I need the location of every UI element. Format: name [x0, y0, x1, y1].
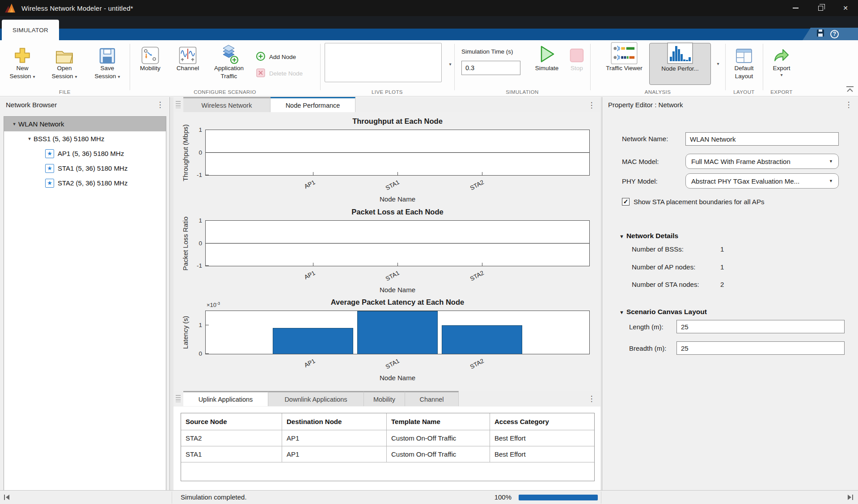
applications-tabbar: Uplink ApplicationsDownlink Applications…: [173, 391, 600, 406]
chart-x-axis-label: Node Name: [205, 195, 590, 203]
phy-model-dropdown[interactable]: Abstract PHY TGax Evaluation Me...▼: [685, 173, 839, 189]
stop-button[interactable]: Stop: [565, 43, 588, 72]
network-details-section-header[interactable]: ▼Network Details: [619, 232, 678, 240]
save-session-button[interactable]: Save Session ▾: [89, 43, 126, 81]
table-empty-area: [181, 462, 594, 481]
bar-sta2[interactable]: [442, 325, 522, 354]
collapse-left-panel-icon[interactable]: [3, 493, 11, 503]
collapse-right-panel-icon[interactable]: [846, 493, 854, 503]
matlab-logo-icon: [4, 3, 16, 13]
tree-expander-icon[interactable]: ▾: [25, 136, 34, 142]
add-node-button[interactable]: Add Node: [256, 51, 296, 63]
tree-expander-icon[interactable]: ▾: [10, 121, 18, 127]
network-name-input[interactable]: WLAN Network: [685, 132, 839, 146]
table-cell: Custom On-Off Traffic: [387, 430, 490, 446]
simulation-time-input[interactable]: 0.3: [461, 61, 520, 75]
save-quick-icon[interactable]: [816, 29, 825, 39]
drag-grip-icon[interactable]: [176, 395, 181, 402]
chart-plot-area: Throughput (Mbps)-101AP1STA1STA2: [205, 130, 590, 176]
tab-node-performance[interactable]: Node Performance: [271, 97, 355, 112]
mobility-button[interactable]: Mobility: [133, 43, 167, 72]
network-browser-title: Network Browser: [6, 101, 57, 109]
applications-tabbar-menu-icon[interactable]: ⋮: [587, 394, 596, 403]
tree-item[interactable]: ★STA2 (5, 36) 5180 MHz: [4, 176, 166, 190]
chart-x-axis-label: Node Name: [205, 286, 590, 294]
traffic-viewer-icon: [610, 43, 638, 64]
tree-item[interactable]: ▾WLAN Network: [4, 117, 166, 131]
bar-sta1[interactable]: [357, 311, 438, 354]
throughput-at-each-node-chart: Throughput at Each NodeThroughput (Mbps)…: [205, 130, 590, 176]
length-input[interactable]: 25: [676, 320, 845, 333]
wireless-network-modeler-window: Wireless Network Modeler - untitled* ✕ S…: [0, 0, 858, 504]
delete-node-button[interactable]: Delete Node: [256, 68, 303, 79]
close-button[interactable]: ✕: [833, 0, 858, 16]
ribbon-section-export: Export ▾ EXPORT: [763, 40, 800, 97]
channel-button[interactable]: Channel: [171, 43, 205, 72]
mac-model-dropdown[interactable]: Full MAC With Frame Abstraction▼: [685, 154, 839, 169]
tree-item[interactable]: ★AP1 (5, 36) 5180 MHz: [4, 146, 166, 161]
canvas-tabbar-menu-icon[interactable]: ⋮: [587, 101, 596, 110]
scenario-canvas-layout-section-header[interactable]: ▼Scenario Canvas Layout: [619, 308, 707, 316]
channel-icon: [179, 43, 197, 64]
x-tick-mark: [482, 263, 482, 266]
node-performance-button[interactable]: Node Perfor...: [649, 43, 711, 85]
new-session-button[interactable]: New Session ▾: [4, 43, 41, 81]
tab-uplink-applications[interactable]: Uplink Applications: [183, 391, 268, 406]
y-tick-mark: [206, 325, 209, 325]
tab-channel[interactable]: Channel: [405, 391, 459, 406]
x-tick-mark: [313, 263, 313, 266]
stop-icon: [568, 43, 586, 64]
node-star-icon: ★: [45, 149, 54, 158]
table-header-cell[interactable]: Access Category: [490, 413, 594, 430]
property-editor-menu-icon[interactable]: ⋮: [845, 100, 853, 109]
simulation-time-label: Simulation Time (s): [461, 48, 513, 55]
chevron-down-icon: ▾: [717, 61, 719, 66]
y-tick-mark: [206, 265, 209, 266]
table-row[interactable]: STA2AP1Custom On-Off TrafficBest Effort: [181, 430, 594, 446]
network-details-value: 1: [720, 245, 724, 253]
tab-simulator[interactable]: SIMULATOR: [2, 20, 59, 40]
phy-model-label: PHY Model:: [622, 177, 658, 185]
node-performance-charts: Throughput at Each NodeThroughput (Mbps)…: [173, 112, 600, 391]
uplink-applications-table-zone: Source NodeDestination NodeTemplate Name…: [173, 407, 600, 490]
tree-item[interactable]: ▾BSS1 (5, 36) 5180 MHz: [4, 131, 166, 146]
breadth-input[interactable]: 25: [676, 341, 845, 355]
table-header-cell[interactable]: Source Node: [181, 413, 282, 430]
tree-item[interactable]: ★STA1 (5, 36) 5180 MHz: [4, 161, 166, 176]
traffic-viewer-button[interactable]: Traffic Viewer: [603, 43, 646, 72]
show-sta-boundaries-checkbox[interactable]: ✓: [622, 198, 630, 206]
bar-ap1[interactable]: [273, 328, 353, 354]
property-editor-panel: Property Editor : Network ⋮ Network Name…: [602, 97, 858, 490]
application-traffic-button[interactable]: Application Traffic: [207, 43, 251, 80]
node-star-icon: ★: [45, 179, 54, 188]
restore-button[interactable]: [808, 0, 833, 16]
help-icon[interactable]: ?: [830, 30, 839, 38]
table-header-cell[interactable]: Destination Node: [282, 413, 387, 430]
chevron-down-icon: ▾: [75, 74, 77, 79]
export-button[interactable]: Export ▾: [765, 43, 799, 77]
y-tick-label: 1: [199, 217, 202, 225]
live-plots-combobox[interactable]: [325, 43, 442, 82]
minimize-icon: [793, 8, 799, 8]
export-icon: [772, 43, 791, 64]
drag-grip-icon[interactable]: [176, 101, 181, 108]
table-row[interactable]: STA1AP1Custom On-Off TrafficBest Effort: [181, 446, 594, 462]
analysis-gallery-dropdown[interactable]: ▾: [713, 43, 723, 84]
uplink-applications-table[interactable]: Source NodeDestination NodeTemplate Name…: [181, 413, 595, 481]
y-tick-label: 1: [199, 321, 202, 329]
live-plots-dropdown-button[interactable]: ▾: [445, 58, 455, 70]
table-header-cell[interactable]: Template Name: [387, 413, 490, 430]
section-label-export: EXPORT: [763, 89, 800, 95]
tab-mobility[interactable]: Mobility: [364, 391, 405, 406]
tab-wireless-network[interactable]: Wireless Network: [183, 97, 271, 112]
network-browser-menu-icon[interactable]: ⋮: [156, 100, 164, 109]
section-label-layout: LAYOUT: [725, 89, 763, 95]
length-label: Length (m):: [629, 323, 664, 331]
simulate-button[interactable]: Simulate: [531, 43, 562, 72]
open-session-button[interactable]: Open Session ▾: [46, 43, 83, 81]
minimize-button[interactable]: [783, 0, 808, 16]
tab-downlink-applications[interactable]: Downlink Applications: [268, 391, 364, 406]
chart-y-axis-label: Packet Loss Ratio: [182, 216, 189, 270]
collapse-ribbon-button[interactable]: [845, 85, 854, 93]
default-layout-button[interactable]: Default Layout: [727, 43, 761, 80]
